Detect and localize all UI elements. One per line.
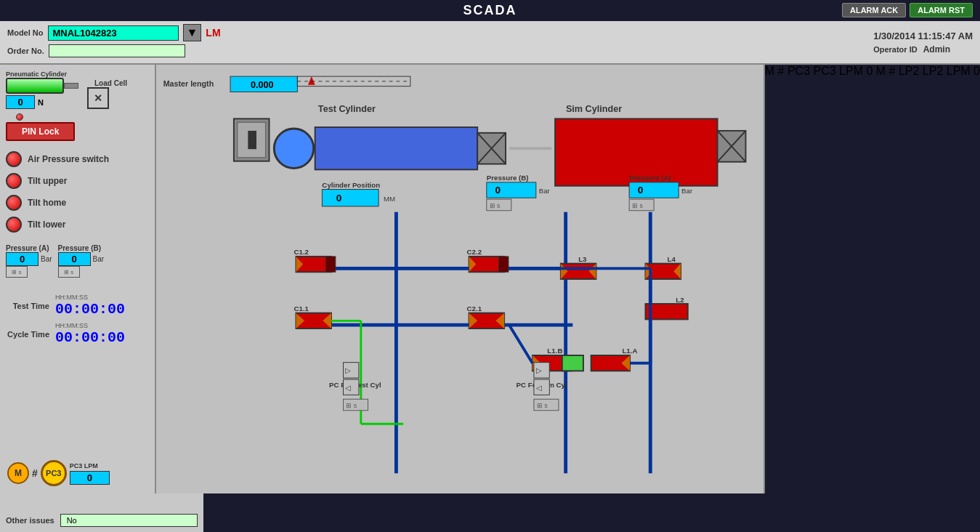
cylinder-rod: [64, 83, 78, 89]
air-pressure-led: [6, 151, 22, 167]
alarm-ack-button[interactable]: ALARM ACK: [842, 3, 906, 17]
pressure-a-value: 0: [6, 252, 39, 266]
other-issues-label: Other issues: [6, 516, 54, 525]
pressure-a-label: Pressure (A): [6, 244, 52, 252]
test-cylinder-body: [315, 127, 478, 169]
left-sidebar: Pneumatic Cylinder 0 N Load Cell ✕: [0, 65, 156, 493]
pneumatic-cylinder-group: Pneumatic Cylinder 0 N: [6, 70, 78, 109]
tilt-upper-led: [6, 173, 22, 189]
pressure-a-right-label: Pressure (A): [629, 174, 671, 182]
other-issues-input[interactable]: [60, 514, 198, 527]
model-no-input[interactable]: [48, 25, 179, 41]
load-cell-value: 0: [6, 95, 35, 109]
cyl-pos-value: 0: [336, 193, 342, 203]
model-no-label: Model No: [7, 28, 44, 37]
pneumatic-load-row: Pneumatic Cylinder 0 N Load Cell ✕: [6, 70, 149, 109]
model-no-row: Model No ▼ LM: [7, 24, 221, 41]
svg-text:L3: L3: [578, 255, 587, 263]
svg-text:Bar: Bar: [681, 187, 693, 195]
cyl-pos-label: Cylinder Position: [322, 181, 380, 189]
pc3-circle-bottom: PC3 PC3 LPM 0 M # LP2 LP2 LPM 0: [787, 65, 980, 77]
load-cell-label: Load Cell: [94, 79, 127, 87]
svg-text:C1.2: C1.2: [294, 248, 309, 256]
right-panel: Other issues: [0, 493, 203, 532]
svg-text:L1.A: L1.A: [622, 347, 637, 355]
svg-text:L1.B: L1.B: [547, 347, 562, 355]
test-time-format: HH:MM:SS: [55, 294, 125, 301]
pressure-a-gauge: ⊞ s: [6, 266, 28, 278]
load-cell-unit: N: [38, 98, 44, 107]
cycle-time-value: 00:00:00: [55, 329, 125, 346]
load-cell-group: Load Cell ✕: [87, 79, 127, 109]
svg-text:C2.2: C2.2: [467, 248, 482, 256]
tilt-home-led: [6, 195, 22, 211]
pneumatic-cylinder-label: Pneumatic Cylinder: [6, 70, 78, 78]
svg-rect-32: [498, 257, 509, 272]
air-pressure-row: Air Pressure switch: [6, 151, 149, 167]
tilt-home-row: Tilt home: [6, 195, 149, 211]
svg-text:⊞ s: ⊞ s: [490, 202, 501, 209]
tilt-lower-label: Tilt lower: [28, 219, 65, 230]
datetime-operator: 1/30/2014 11:15:47 AM Operator ID Admin: [873, 31, 973, 55]
cycle-time-format: HH:MM:SS: [55, 322, 125, 329]
pc3-lpm-label: PC3 LPM: [70, 462, 110, 469]
master-length-label: Master length: [163, 79, 214, 88]
cycle-time-group: Cycle Time HH:MM:SS 00:00:00: [6, 322, 149, 346]
lp2-lpm-val: 0: [973, 65, 980, 77]
svg-text:C1.1: C1.1: [294, 305, 309, 313]
pressure-b-group: Pressure (B) 0 Bar ⊞ s: [58, 244, 105, 278]
master-length-value: 0.000: [251, 80, 274, 90]
tilt-lower-row: Tilt lower: [6, 217, 149, 233]
svg-rect-15: [487, 182, 536, 198]
pressure-a-group: Pressure (A) 0 Bar ⊞ s: [6, 244, 52, 278]
pressure-b-left-label: Pressure (B): [487, 174, 529, 182]
svg-text:◁: ◁: [536, 384, 542, 392]
test-time-label: Test Time: [6, 302, 49, 310]
dropdown-arrow[interactable]: ▼: [183, 24, 202, 41]
other-issues-section: Other issues: [6, 499, 198, 527]
tilt-home-label: Tilt home: [28, 198, 66, 208]
svg-text:0: 0: [495, 185, 501, 196]
datetime-display: 1/30/2014 11:15:47 AM: [873, 31, 973, 41]
pressure-b-gauge: ⊞ s: [58, 266, 80, 278]
m-circle-left: M: [7, 462, 29, 484]
operator-id-value: Admin: [923, 44, 950, 55]
test-time-value: 00:00:00: [55, 301, 125, 318]
pin-lock-button[interactable]: PIN Lock: [6, 122, 75, 141]
hash-left: #: [32, 467, 38, 479]
lm-badge: LM: [206, 27, 220, 39]
center-diagram: Master length 0.000 Test Cylinder Sim Cy…: [156, 65, 765, 493]
cycle-time-label: Cycle Time: [6, 330, 49, 339]
alarm-rst-button[interactable]: ALARM RST: [910, 3, 973, 17]
tilt-lower-led: [6, 217, 22, 233]
diagram-svg: Master length 0.000 Test Cylinder Sim Cy…: [156, 65, 764, 493]
header-info: Model No ▼ LM Order No. 1/30/2014 11:15:…: [0, 21, 980, 65]
order-no-row: Order No.: [7, 44, 221, 57]
m-circle-bottom-right: M # LP2 LP2 LPM 0: [876, 65, 980, 77]
pneumatic-cylinder-graphic: [6, 78, 78, 94]
svg-rect-20: [629, 182, 679, 198]
order-no-label: Order No.: [7, 47, 44, 55]
pin-lock-led: [16, 113, 23, 121]
sim-cylinder-label: Sim Cylinder: [566, 104, 622, 114]
svg-text:⊞ s: ⊞ s: [537, 402, 548, 409]
position-circle: [274, 129, 313, 168]
svg-text:L4: L4: [668, 255, 676, 263]
svg-rect-57: [562, 355, 583, 371]
test-time-group: Test Time HH:MM:SS 00:00:00: [6, 294, 149, 318]
cylinder-body: [6, 78, 64, 94]
pin-lock-area: PIN Lock: [6, 116, 149, 141]
model-order-fields: Model No ▼ LM Order No.: [7, 24, 221, 60]
alarm-buttons: ALARM ACK ALARM RST: [842, 3, 973, 17]
test-cylinder-label: Test Cylinder: [318, 104, 376, 114]
pressure-b-value: 0: [58, 252, 91, 266]
svg-text:⊞ s: ⊞ s: [346, 402, 357, 409]
svg-text:MM: MM: [384, 195, 395, 203]
order-no-input[interactable]: [49, 44, 185, 57]
pc3-circle: PC3: [41, 460, 67, 486]
svg-rect-28: [325, 257, 336, 272]
lp2-circle: LP2 LP2 LPM 0: [899, 65, 980, 77]
svg-rect-6: [248, 131, 256, 149]
svg-text:Bar: Bar: [539, 187, 551, 195]
pressure-b-unit: Bar: [93, 255, 105, 263]
